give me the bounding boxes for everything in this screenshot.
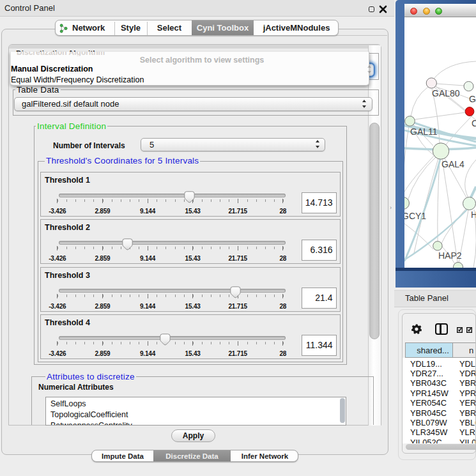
svg-text:HAP2: HAP2 <box>438 250 462 261</box>
svg-text:GA: GA <box>469 94 476 104</box>
svg-text:GAL11: GAL11 <box>410 127 438 137</box>
svg-text:HI: HI <box>471 210 476 220</box>
svg-text:GAL80: GAL80 <box>432 88 460 98</box>
svg-text:GAL4: GAL4 <box>441 159 464 169</box>
svg-text:CY: CY <box>472 118 476 128</box>
svg-text:GCY1: GCY1 <box>404 211 426 221</box>
